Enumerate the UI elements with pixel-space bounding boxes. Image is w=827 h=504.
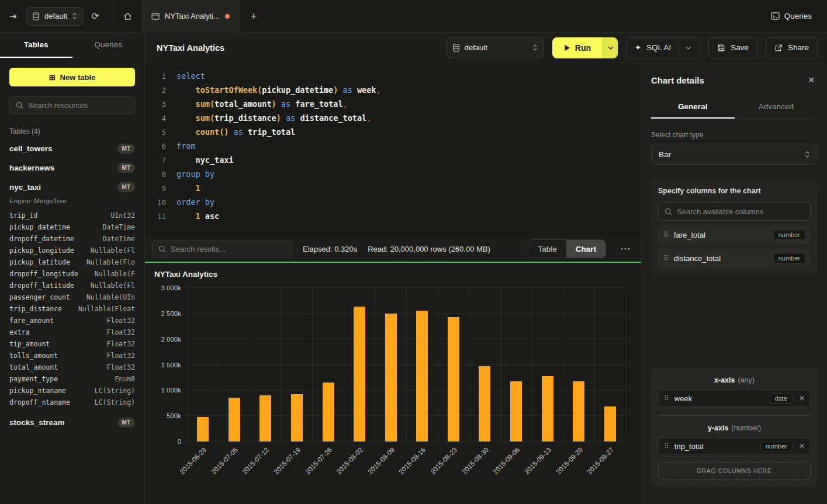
- column-row[interactable]: passenger_countNullable(UIn: [9, 291, 135, 303]
- home-icon[interactable]: [113, 0, 142, 33]
- sidebar-tab-tables[interactable]: Tables: [0, 33, 72, 58]
- panel-tabs: General Advanced: [651, 96, 818, 119]
- column-row[interactable]: tolls_amountFloat32: [9, 350, 135, 362]
- query-tab-nytaxi[interactable]: NYTaxi Analyti...: [142, 0, 240, 33]
- table-name: stocks_stream: [9, 418, 65, 427]
- column-name: fare_total: [674, 231, 768, 239]
- table-item-cell_towers[interactable]: cell_towersMT: [9, 139, 135, 158]
- save-button[interactable]: Save: [708, 37, 757, 58]
- column-row[interactable]: pickup_longitudeNullable(Fl: [9, 245, 135, 256]
- code-text: group by: [177, 169, 214, 179]
- code-text: order by: [177, 197, 214, 207]
- topbar-database-select[interactable]: default: [26, 7, 84, 26]
- table-item-hackernews[interactable]: hackernewsMT: [9, 158, 135, 178]
- line-number: 10: [145, 198, 166, 207]
- play-icon: [564, 44, 570, 51]
- table-item-nyc_taxi[interactable]: nyc_taxiMT: [9, 178, 135, 197]
- tab-strip: NYTaxi Analyti... +: [113, 0, 268, 33]
- column-row[interactable]: dropoff_longitudeNullable(F: [9, 268, 135, 280]
- queries-button[interactable]: Queries: [771, 12, 812, 20]
- line-number: 9: [145, 184, 166, 193]
- divider: [658, 415, 811, 416]
- refresh-icon[interactable]: ⟳: [84, 0, 107, 33]
- new-tab-icon[interactable]: +: [240, 0, 268, 33]
- tab-general[interactable]: General: [651, 96, 735, 119]
- view-tab-table[interactable]: Table: [528, 240, 566, 258]
- bar-2015-08-02[interactable]: [354, 307, 365, 442]
- column-row[interactable]: trip_distanceNullable(Float: [9, 303, 135, 315]
- drop-zone[interactable]: DRAG COLUMNS HERE: [658, 462, 811, 479]
- column-type: Nullable(Float: [78, 305, 135, 313]
- available-column-distance_total[interactable]: ⠿distance_totalnumber: [658, 249, 811, 267]
- save-label: Save: [731, 43, 749, 52]
- type-badge: number: [773, 230, 805, 240]
- column-name: pickup_longitude: [9, 246, 74, 255]
- available-column-fare_total[interactable]: ⠿fare_totalnumber: [658, 225, 811, 244]
- share-button[interactable]: Share: [766, 37, 818, 58]
- column-type: Float32: [107, 317, 135, 325]
- drag-handle-icon[interactable]: ⠿: [664, 394, 669, 402]
- column-type: Float32: [107, 352, 135, 360]
- column-row[interactable]: total_amountFloat32: [9, 362, 135, 373]
- bar-2015-08-23[interactable]: [448, 317, 459, 442]
- column-name: pickup_ntaname: [9, 387, 66, 395]
- resources-search-input[interactable]: [28, 101, 129, 110]
- column-name: distance_total: [674, 254, 768, 263]
- column-row[interactable]: pickup_latitudeNullable(Flo: [9, 256, 135, 268]
- column-type: LC(String): [95, 387, 135, 395]
- run-options-chevron[interactable]: [603, 37, 618, 58]
- column-row[interactable]: fare_amountFloat32: [9, 315, 135, 326]
- bar-2015-07-12[interactable]: [259, 395, 271, 442]
- close-icon[interactable]: ✕: [805, 74, 818, 86]
- bar-2015-06-28[interactable]: [197, 417, 209, 442]
- column-row[interactable]: payment_typeEnum8: [9, 373, 135, 385]
- bar-2015-09-13[interactable]: [542, 376, 553, 442]
- view-tab-chart[interactable]: Chart: [566, 240, 605, 258]
- tab-advanced[interactable]: Advanced: [735, 96, 818, 119]
- bar-2015-07-26[interactable]: [323, 383, 334, 442]
- axis-column-name: trip_total: [674, 442, 755, 451]
- remove-icon[interactable]: ✕: [799, 442, 805, 450]
- bar-2015-09-06[interactable]: [510, 381, 522, 442]
- bar-2015-08-09[interactable]: [385, 314, 397, 442]
- bar-2015-08-16[interactable]: [416, 311, 428, 442]
- column-name: dropoff_longitude: [9, 270, 78, 278]
- bar-2015-09-20[interactable]: [573, 381, 584, 442]
- more-options-icon[interactable]: ⋯: [617, 240, 634, 258]
- drag-handle-icon[interactable]: ⠿: [663, 254, 669, 262]
- chevron-down-icon[interactable]: [686, 46, 691, 50]
- columns-search-input[interactable]: [677, 207, 804, 216]
- column-row[interactable]: dropoff_datetimeDateTime: [9, 233, 135, 245]
- bar-2015-07-19[interactable]: [291, 394, 303, 442]
- drag-handle-icon[interactable]: ⠿: [664, 442, 669, 450]
- run-button[interactable]: Run: [552, 37, 603, 58]
- sql-editor[interactable]: 1select2 toStartOfWeek(pickup_datetime) …: [145, 63, 641, 236]
- engine-badge: MT: [117, 418, 135, 427]
- collapse-sidebar-icon[interactable]: ⇥: [0, 0, 26, 33]
- new-table-button[interactable]: ⊞ New table: [9, 68, 135, 86]
- bar-2015-07-05[interactable]: [229, 398, 240, 442]
- results-search-input[interactable]: [171, 245, 286, 253]
- column-row[interactable]: pickup_ntanameLC(String): [9, 385, 135, 397]
- column-row[interactable]: dropoff_ntanameLC(String): [9, 397, 135, 408]
- bar-2015-08-30[interactable]: [479, 366, 490, 442]
- chart-details-panel: Chart details ✕ General Advanced Select …: [641, 63, 827, 504]
- column-row[interactable]: extraFloat32: [9, 326, 135, 338]
- y-tick-label: 1 000k: [161, 387, 181, 394]
- bar-2015-09-27[interactable]: [604, 406, 616, 442]
- column-row[interactable]: dropoff_latitudeNullable(Fl: [9, 280, 135, 291]
- sql-ai-button[interactable]: ✦ SQL AI: [626, 37, 700, 58]
- column-row[interactable]: pickup_datetimeDateTime: [9, 221, 135, 233]
- chart-type-select[interactable]: Bar: [651, 144, 818, 165]
- sidebar-tab-queries[interactable]: Queries: [72, 33, 145, 58]
- header-database-select[interactable]: default: [446, 37, 544, 58]
- table-item-stocks_stream[interactable]: stocks_streamMT: [9, 413, 135, 432]
- axis-item-week[interactable]: ⠿weekdate✕: [658, 390, 811, 407]
- sql-ai-label: SQL AI: [646, 43, 671, 52]
- column-row[interactable]: trip_idUInt32: [9, 210, 135, 221]
- axis-item-trip_total[interactable]: ⠿trip_totalnumber✕: [658, 437, 811, 455]
- drag-handle-icon[interactable]: ⠿: [663, 231, 669, 239]
- remove-icon[interactable]: ✕: [799, 394, 805, 402]
- search-icon: [158, 245, 166, 253]
- column-row[interactable]: tip_amountFloat32: [9, 338, 135, 350]
